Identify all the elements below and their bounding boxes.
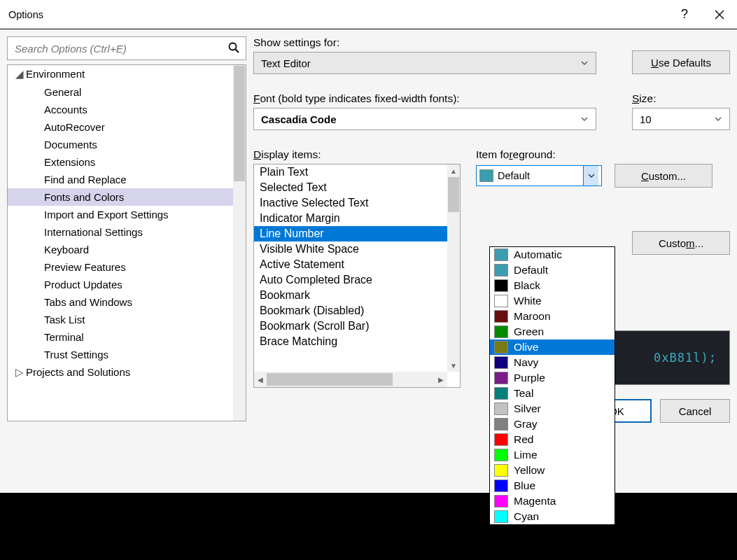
color-swatch — [494, 495, 508, 507]
foreground-dropdown[interactable]: AutomaticDefaultBlackWhiteMaroonGreenOli… — [489, 246, 615, 525]
dropdown-item[interactable]: Navy — [490, 355, 615, 370]
custom-foreground-button[interactable]: Custom... — [615, 164, 713, 188]
dropdown-item-label: Cyan — [514, 510, 539, 523]
tree-item[interactable]: Tabs and Windows — [8, 293, 246, 311]
scroll-up-icon[interactable]: ▲ — [447, 164, 460, 177]
dropdown-item[interactable]: Black — [490, 278, 615, 293]
dropdown-item[interactable]: Yellow — [490, 463, 615, 478]
dropdown-item[interactable]: Purple — [490, 370, 615, 386]
display-item[interactable]: Indicator Margin — [254, 211, 447, 226]
display-item[interactable]: Line Number — [254, 226, 447, 241]
chevron-down-icon — [583, 166, 598, 186]
display-item[interactable]: Selected Text — [254, 180, 447, 195]
display-item[interactable]: Bookmark — [254, 288, 447, 303]
tree-item[interactable]: Keyboard — [8, 241, 246, 258]
dropdown-item[interactable]: Green — [490, 324, 615, 340]
tree-item[interactable]: Product Updates — [8, 276, 246, 293]
tree-item[interactable]: Import and Export Settings — [8, 206, 246, 223]
display-item[interactable]: Plain Text — [254, 164, 447, 180]
tree-item[interactable]: Preview Features — [8, 258, 246, 276]
font-combo[interactable]: Cascadia Code — [253, 108, 596, 130]
color-swatch — [494, 510, 508, 523]
display-item[interactable]: Visible White Space — [254, 241, 447, 257]
tree-folder[interactable]: ▷Projects and Solutions — [8, 363, 246, 382]
dropdown-item[interactable]: Red — [490, 432, 615, 447]
scroll-down-icon[interactable]: ▼ — [447, 359, 460, 372]
size-combo[interactable]: 10 — [632, 108, 730, 130]
dropdown-item-label: Green — [514, 326, 544, 338]
options-dialog: Options ? ◢EnvironmentGeneralAccountsAut… — [0, 0, 737, 560]
dropdown-item-label: Gray — [514, 418, 538, 430]
font-label: Font (bold type indicates fixed-width fo… — [253, 92, 618, 105]
tree-item[interactable]: Terminal — [8, 328, 246, 346]
tree-item[interactable]: Accounts — [8, 101, 246, 118]
tree-item[interactable]: Find and Replace — [8, 171, 246, 188]
display-item[interactable]: Auto Completed Brace — [254, 272, 447, 288]
dropdown-item-label: White — [514, 295, 542, 307]
dropdown-item[interactable]: Magenta — [490, 493, 615, 509]
dropdown-item[interactable]: Silver — [490, 401, 615, 416]
tree-folder[interactable]: ◢Environment — [8, 65, 246, 83]
dropdown-item[interactable]: Blue — [490, 478, 615, 493]
show-settings-label: Show settings for: — [253, 36, 618, 49]
tree-scrollbar[interactable] — [233, 65, 246, 421]
use-defaults-button[interactable]: Use Defaults — [632, 50, 730, 74]
dropdown-item-label: Automatic — [514, 248, 562, 261]
dropdown-item-label: Silver — [514, 402, 541, 415]
tree-item[interactable]: AutoRecover — [8, 118, 246, 136]
display-item[interactable]: Bookmark (Scroll Bar) — [254, 318, 447, 334]
display-item[interactable]: Active Statement — [254, 257, 447, 272]
scroll-thumb[interactable] — [448, 177, 459, 212]
color-swatch — [494, 356, 508, 369]
help-button[interactable]: ? — [667, 0, 702, 29]
custom-background-button[interactable]: Custom... — [632, 231, 730, 255]
search-input-wrap[interactable] — [7, 36, 246, 60]
dropdown-item[interactable]: White — [490, 293, 615, 309]
dropdown-item[interactable]: Automatic — [490, 247, 615, 262]
tree-item[interactable]: International Settings — [8, 223, 246, 241]
dropdown-item-label: Olive — [514, 341, 538, 354]
scroll-thumb[interactable] — [267, 373, 393, 386]
dropdown-item[interactable]: Olive — [490, 340, 615, 355]
cancel-button[interactable]: Cancel — [660, 399, 730, 423]
display-items-hscroll[interactable]: ◀ ▶ — [254, 372, 447, 387]
dropdown-item[interactable]: Maroon — [490, 309, 615, 324]
foreground-swatch — [479, 169, 493, 182]
dropdown-item[interactable]: Teal — [490, 386, 615, 401]
tree-item[interactable]: General — [8, 83, 246, 101]
tree-item[interactable]: Extensions — [8, 153, 246, 171]
display-item[interactable]: Inactive Selected Text — [254, 195, 447, 211]
dropdown-item-label: Purple — [514, 372, 545, 384]
tree-item[interactable]: Task List — [8, 311, 246, 328]
close-button[interactable] — [702, 0, 737, 29]
dropdown-item[interactable]: Lime — [490, 447, 615, 463]
show-settings-combo[interactable]: Text Editor — [253, 52, 596, 74]
display-item[interactable]: Brace Matching — [254, 334, 447, 349]
scroll-right-icon[interactable]: ▶ — [435, 376, 447, 384]
dropdown-item-label: Magenta — [514, 495, 556, 507]
color-swatch — [494, 279, 508, 292]
display-item[interactable]: Bookmark (Disabled) — [254, 303, 447, 318]
dropdown-item[interactable]: Default — [490, 262, 615, 278]
item-foreground-combo[interactable]: Default — [476, 165, 602, 186]
color-swatch — [494, 464, 508, 477]
font-value: Cascadia Code — [261, 113, 337, 125]
dropdown-item-label: Black — [514, 279, 540, 292]
dropdown-item[interactable]: Cyan — [490, 509, 615, 524]
close-icon — [715, 10, 724, 20]
scroll-left-icon[interactable]: ◀ — [254, 376, 267, 384]
search-input[interactable] — [13, 42, 227, 55]
dropdown-item-label: Yellow — [514, 464, 545, 477]
tree-scroll-thumb[interactable] — [234, 66, 245, 181]
backdrop — [0, 493, 737, 560]
tree-item[interactable]: Fonts and Colors — [8, 188, 246, 206]
tree-item[interactable]: Trust Settings — [8, 346, 246, 363]
options-tree[interactable]: ◢EnvironmentGeneralAccountsAutoRecoverDo… — [7, 64, 246, 421]
tree-item[interactable]: Documents — [8, 136, 246, 153]
display-items-vscroll[interactable]: ▲ ▼ — [447, 164, 460, 372]
dropdown-item-label: Blue — [514, 479, 535, 492]
dropdown-item[interactable]: Gray — [490, 416, 615, 432]
titlebar: Options ? — [0, 0, 737, 29]
display-items-list[interactable]: Plain TextSelected TextInactive Selected… — [253, 164, 461, 388]
foreground-value: Default — [498, 170, 530, 181]
